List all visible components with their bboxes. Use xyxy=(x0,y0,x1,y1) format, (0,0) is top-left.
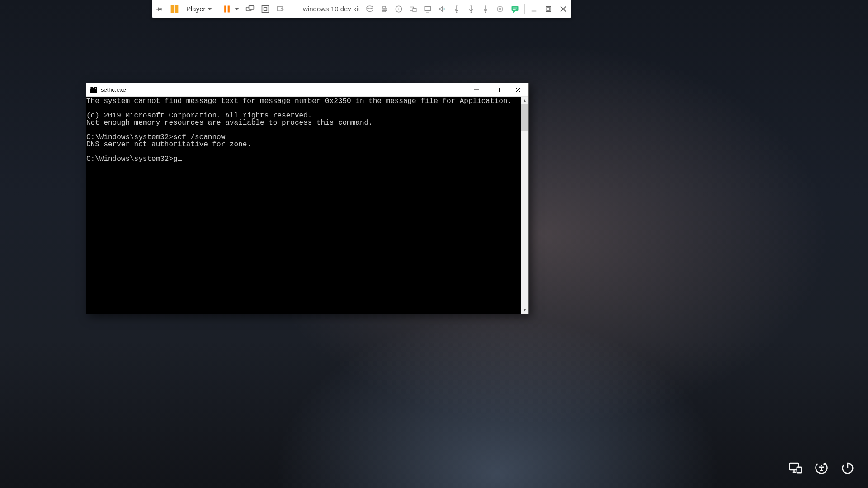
messages-button[interactable] xyxy=(507,0,523,18)
svg-rect-25 xyxy=(512,6,519,11)
power-icon xyxy=(841,461,854,474)
pause-menu-button[interactable] xyxy=(235,0,242,18)
usb-icon xyxy=(453,5,461,13)
scroll-down-button[interactable]: ▼ xyxy=(521,306,528,314)
devices-sound-button[interactable] xyxy=(435,0,449,18)
svg-rect-0 xyxy=(171,5,175,9)
window-close-button[interactable] xyxy=(508,83,528,96)
devices-printer-button[interactable] xyxy=(377,0,392,18)
fullscreen-icon xyxy=(261,5,270,14)
svg-rect-3 xyxy=(175,9,179,13)
svg-point-21 xyxy=(471,11,472,13)
generic-device-icon xyxy=(496,5,504,13)
devices-network-button[interactable] xyxy=(406,0,420,18)
fullscreen-button[interactable] xyxy=(258,0,273,18)
svg-point-20 xyxy=(456,11,458,13)
unity-button[interactable] xyxy=(273,0,288,18)
devices-usb-1-button[interactable] xyxy=(449,0,464,18)
svg-rect-13 xyxy=(383,6,386,8)
player-menu-label: Player xyxy=(185,5,208,13)
sound-icon xyxy=(438,5,446,13)
command-prompt-window: sethc.exe The system cannot find message… xyxy=(86,83,529,314)
cd-icon xyxy=(395,5,403,13)
usb-icon xyxy=(467,5,475,13)
svg-rect-8 xyxy=(262,5,269,12)
devices-display-button[interactable] xyxy=(420,0,435,18)
svg-rect-28 xyxy=(495,88,500,92)
pin-icon xyxy=(156,5,164,13)
toolbar-separator xyxy=(524,4,525,14)
keyboard-send-icon xyxy=(245,5,255,14)
svg-point-22 xyxy=(485,11,486,13)
power-button[interactable] xyxy=(841,461,854,474)
maximize-icon xyxy=(544,5,552,13)
close-icon xyxy=(559,5,568,14)
network-adapter-icon xyxy=(409,5,417,13)
command-prompt-titlebar[interactable]: sethc.exe xyxy=(86,83,528,97)
pause-icon xyxy=(222,5,231,14)
devices-circle-button[interactable] xyxy=(493,0,507,18)
unity-icon xyxy=(276,5,285,14)
svg-rect-5 xyxy=(227,5,229,12)
svg-rect-7 xyxy=(249,5,254,9)
command-prompt-terminal[interactable]: The system cannot find message text for … xyxy=(86,97,521,314)
svg-rect-18 xyxy=(413,8,416,12)
hard-disk-icon xyxy=(366,5,374,13)
display-icon xyxy=(424,5,432,13)
devices-hdd-button[interactable] xyxy=(363,0,377,18)
close-button[interactable] xyxy=(556,0,571,18)
pin-button[interactable] xyxy=(152,0,167,18)
vmware-toolbar-right: windows 10 dev kit xyxy=(303,0,571,18)
svg-point-32 xyxy=(821,465,822,466)
scroll-up-button[interactable]: ▲ xyxy=(521,97,528,104)
svg-rect-9 xyxy=(264,7,267,10)
printer-icon xyxy=(380,5,388,13)
network-screen-icon xyxy=(788,461,802,474)
svg-rect-30 xyxy=(797,467,802,473)
vmware-toolbar-left: Player xyxy=(152,0,288,18)
command-prompt-app-icon xyxy=(90,87,97,93)
svg-point-16 xyxy=(398,8,400,9)
vmware-logo-button[interactable] xyxy=(167,0,182,18)
player-menu-button[interactable]: Player xyxy=(182,0,215,18)
svg-rect-19 xyxy=(425,6,431,10)
svg-rect-4 xyxy=(224,5,226,12)
devices-usb-2-button[interactable] xyxy=(464,0,478,18)
devices-cd-button[interactable] xyxy=(392,0,406,18)
send-ctrl-alt-del-button[interactable] xyxy=(242,0,258,18)
login-screen-icons xyxy=(788,461,854,474)
minimize-icon xyxy=(474,88,479,92)
toolbar-separator xyxy=(217,4,217,14)
usb-icon xyxy=(481,5,490,13)
pause-button[interactable] xyxy=(219,0,235,18)
svg-point-11 xyxy=(367,6,373,9)
scrollbar[interactable]: ▲ ▼ xyxy=(521,97,528,314)
window-title: sethc.exe xyxy=(101,86,126,93)
svg-rect-27 xyxy=(547,8,550,10)
window-maximize-button[interactable] xyxy=(487,83,508,96)
ease-of-access-icon xyxy=(815,461,828,474)
svg-point-23 xyxy=(497,6,503,12)
vmware-toolbar: Player xyxy=(152,0,571,18)
network-button[interactable] xyxy=(788,461,802,474)
svg-rect-2 xyxy=(171,9,175,13)
window-minimize-button[interactable] xyxy=(466,83,487,96)
maximize-button[interactable] xyxy=(541,0,556,18)
minimize-icon xyxy=(530,5,538,13)
close-icon xyxy=(516,88,520,92)
chevron-down-icon xyxy=(208,8,212,10)
command-prompt-body: The system cannot find message text for … xyxy=(86,97,528,314)
minimize-button[interactable] xyxy=(527,0,541,18)
maximize-icon xyxy=(495,88,500,92)
vmware-logo-icon xyxy=(170,5,179,14)
scroll-thumb[interactable] xyxy=(521,104,528,131)
svg-point-24 xyxy=(499,8,501,10)
vm-name-label: windows 10 dev kit xyxy=(303,5,363,13)
ease-of-access-button[interactable] xyxy=(815,461,828,474)
devices-usb-3-button[interactable] xyxy=(478,0,493,18)
window-controls xyxy=(466,83,528,96)
svg-rect-1 xyxy=(175,5,179,9)
message-icon xyxy=(510,5,519,14)
chevron-down-icon xyxy=(235,8,239,10)
